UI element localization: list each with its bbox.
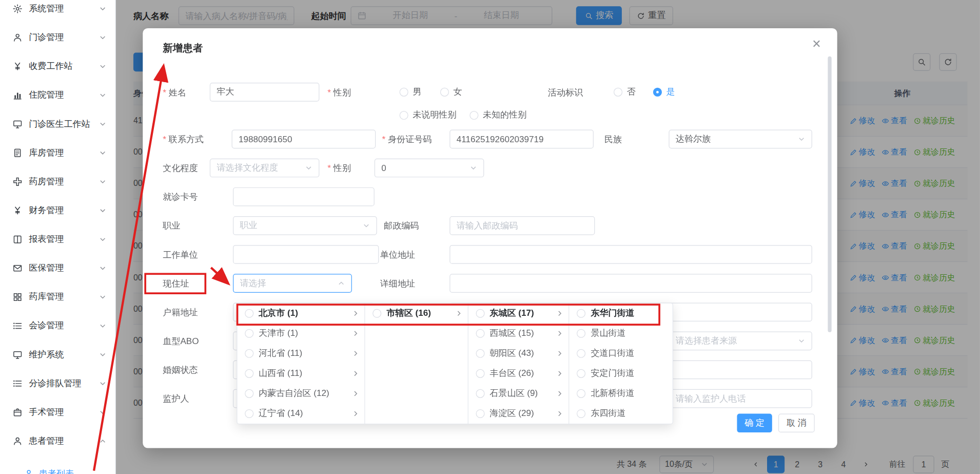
cascader-street-column: 东华门街道 景山街道 交道口街道 安定门街道 北新桥街道 东四街道 (570, 304, 673, 424)
sidebar-item-pharmacy-management[interactable]: 药房管理 (0, 167, 115, 196)
cascader-option-jiaodaokou[interactable]: 交道口街道 (570, 344, 673, 364)
visit-card-input[interactable] (233, 187, 375, 206)
contact-input-field[interactable] (239, 134, 369, 144)
id-number-input[interactable] (449, 130, 594, 149)
chevron-down-icon (469, 164, 477, 172)
chevron-down-icon (99, 236, 107, 243)
cascader-option-shanxi[interactable]: 山西省 (11) (238, 364, 365, 384)
cascader-option-shijingshan[interactable]: 石景山区 (9) (468, 384, 569, 404)
education-placeholder: 请选择文化程度 (217, 162, 301, 174)
sidebar-item-consultation-management[interactable]: 会诊管理 (0, 312, 115, 340)
gender-radio-female[interactable]: 女 (440, 83, 462, 102)
sidebar-item-report-management[interactable]: 报表管理 (0, 225, 115, 254)
radio-icon (373, 309, 382, 318)
occupation-select[interactable]: 职业 (233, 216, 377, 235)
active-flag-radio-yes[interactable]: 是 (653, 83, 675, 102)
sidebar-item-outpatient-management[interactable]: 门诊管理 (0, 23, 115, 52)
sidebar-item-label: 门诊管理 (29, 32, 99, 43)
cascader-option-dongcheng[interactable]: 东城区 (17) (468, 304, 569, 324)
cascader-option-liaoning[interactable]: 辽宁省 (14) (238, 404, 365, 424)
cascader-option-beixinqiao[interactable]: 北新桥街道 (570, 384, 673, 404)
id-number-input-field[interactable] (457, 134, 587, 144)
cascader-option-hebei[interactable]: 河北省 (11) (238, 344, 365, 364)
gender-radio-unknown[interactable]: 未知的性别 (469, 106, 526, 125)
sidebar-item-insurance-management[interactable]: 医保管理 (0, 254, 115, 282)
radio-icon (400, 111, 408, 120)
cascader-option-shixiaqu[interactable]: 市辖区 (16) (365, 304, 468, 324)
close-icon[interactable]: ✕ (810, 37, 824, 51)
occupation-label: 职业 (163, 216, 180, 235)
work-unit-input-field[interactable] (240, 250, 372, 260)
current-address-cascader-select[interactable]: 请选择 (233, 274, 352, 293)
sidebar-item-maintenance-system[interactable]: 维护系统 (0, 340, 115, 369)
name-input-field[interactable] (217, 87, 312, 98)
user-icon (12, 32, 23, 43)
cascader-option-neimenggu[interactable]: 内蒙古自治区 (12) (238, 384, 365, 404)
marital-status-label: 婚姻状态 (163, 361, 198, 380)
sidebar-item-doctor-workstation[interactable]: 门诊医生工作站 (0, 110, 115, 139)
cascader-option-fengtai[interactable]: 丰台区 (26) (468, 364, 569, 384)
name-input[interactable] (210, 83, 320, 102)
gender-radio-unstated[interactable]: 未说明性别 (400, 106, 457, 125)
guardian-phone-input-field[interactable] (676, 393, 806, 404)
sidebar-item-triage-queue-management[interactable]: 分诊排队管理 (0, 369, 115, 398)
sidebar-item-charging-workstation[interactable]: 收费工作站 (0, 52, 115, 81)
sidebar-item-drug-storage-management[interactable]: 药库管理 (0, 282, 115, 311)
grid-icon (12, 292, 23, 302)
active-flag-radio-no[interactable]: 否 (614, 83, 636, 102)
contact-input[interactable] (232, 130, 376, 149)
cascader-option-dongsi[interactable]: 东四街道 (570, 404, 673, 424)
cascader-option-chaoyang[interactable]: 朝阳区 (43) (468, 344, 569, 364)
gender-select[interactable]: 0 (375, 159, 484, 178)
chevron-right-icon (455, 310, 463, 317)
confirm-button[interactable]: 确 定 (737, 413, 772, 432)
sidebar-item-patient-management[interactable]: 患者管理 (0, 427, 115, 456)
chevron-down-icon (798, 337, 806, 345)
chevron-down-icon (99, 409, 107, 416)
user-icon (24, 469, 34, 474)
cascader-option-haidian[interactable]: 海淀区 (29) (468, 404, 569, 424)
patient-source-select[interactable]: 请选择患者来源 (669, 332, 812, 351)
sidebar-item-label: 收费工作站 (29, 61, 99, 72)
chevron-down-icon (798, 136, 806, 143)
education-select[interactable]: 请选择文化程度 (210, 159, 320, 178)
sidebar-item-inpatient-management[interactable]: 住院管理 (0, 81, 115, 109)
ethnicity-select[interactable]: 达斡尔族 (669, 130, 812, 149)
detail-address-input-field[interactable] (457, 278, 806, 289)
cascader-option-xicheng[interactable]: 西城区 (15) (468, 324, 569, 344)
radio-icon (476, 369, 484, 378)
radio-icon (476, 409, 484, 418)
work-address-input[interactable] (449, 245, 812, 264)
sidebar-item-patient-list[interactable]: 患者列表 (0, 461, 115, 474)
work-unit-input[interactable] (233, 245, 379, 264)
cascader-option-beijing[interactable]: 北京市 (1) (238, 304, 365, 324)
cascader-option-jingshan[interactable]: 景山街道 (570, 324, 673, 344)
cascader-option-tianjin[interactable]: 天津市 (1) (238, 324, 365, 344)
sidebar-item-finance-management[interactable]: 财务管理 (0, 196, 115, 225)
yen-icon (12, 62, 23, 72)
cancel-button[interactable]: 取 消 (778, 413, 815, 432)
visit-card-input-field[interactable] (240, 192, 367, 202)
detail-address-input[interactable] (449, 274, 812, 293)
sidebar-menu: 系统管理 门诊管理 收费工作站 住院管理 门诊医生工作站 (0, 0, 115, 456)
gender-select-value: 0 (381, 163, 466, 173)
cascader-option-donghuamen[interactable]: 东华门街道 (570, 304, 673, 324)
cascader-option-andingmen[interactable]: 安定门街道 (570, 364, 673, 384)
mail-icon (12, 263, 23, 274)
postal-code-input[interactable] (449, 216, 595, 235)
chevron-up-icon (338, 279, 345, 287)
postal-code-input-field[interactable] (457, 221, 588, 231)
ethnicity-value: 达斡尔族 (676, 134, 794, 145)
gender-radio-male[interactable]: 男 (400, 83, 422, 102)
chevron-down-icon (99, 5, 107, 13)
sidebar-item-system-management[interactable]: 系统管理 (0, 0, 115, 23)
sidebar-item-warehouse-management[interactable]: 库房管理 (0, 139, 115, 167)
radio-icon (614, 88, 622, 97)
work-address-input-field[interactable] (457, 250, 806, 260)
sidebar-item-surgery-management[interactable]: 手术管理 (0, 398, 115, 427)
dialog-scrollbar[interactable] (828, 56, 831, 332)
sidebar-item-label: 医保管理 (29, 262, 99, 274)
guardian-phone-input[interactable] (669, 389, 812, 408)
sidebar-item-label: 患者管理 (29, 435, 99, 447)
queue-list-icon (12, 378, 23, 389)
